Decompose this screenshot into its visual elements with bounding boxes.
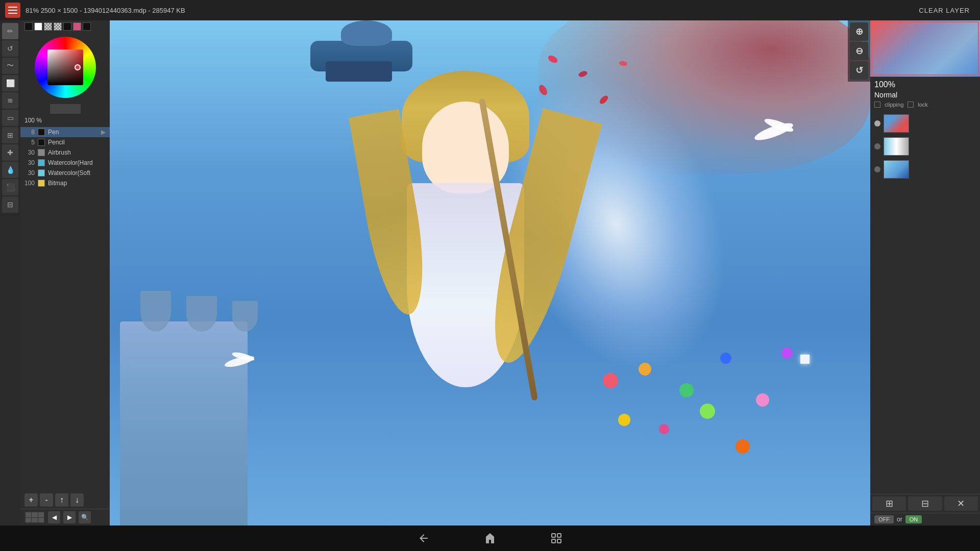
canvas-area[interactable] <box>110 20 870 525</box>
clipping-label: clipping <box>885 102 903 108</box>
svg-rect-0 <box>552 534 555 537</box>
layer-visibility-3[interactable] <box>874 166 880 172</box>
airship <box>300 20 428 102</box>
tool-eyedropper[interactable]: 💧 <box>2 162 18 178</box>
brush-controls: + - ↑ ↓ <box>20 491 110 509</box>
brush-icon-pen <box>38 129 45 136</box>
brush-icon-bitmap <box>38 180 45 187</box>
illustration <box>110 20 870 525</box>
brush-item-bitmap[interactable]: 100 Bitmap <box>20 178 110 188</box>
swatch-checkered2[interactable] <box>54 22 62 31</box>
thumbnail-outline <box>871 21 979 76</box>
brush-icon-airbrush <box>38 149 45 156</box>
svg-rect-3 <box>557 539 561 543</box>
color-dot <box>75 64 81 70</box>
thumbnail-section <box>870 20 980 77</box>
top-bar: 81% 2500 × 1500 - 1394012440363.mdp - 28… <box>0 0 980 20</box>
character <box>376 71 555 459</box>
brush-item-watercolor-soft[interactable]: 30 Watercolor(Soft <box>20 168 110 178</box>
swatch-black[interactable] <box>24 22 33 31</box>
grid-nav[interactable] <box>24 511 45 523</box>
swatch-pink[interactable] <box>73 22 81 31</box>
nav-row: ◀ ▶ 🔍 <box>20 509 110 525</box>
thumbnail-preview[interactable] <box>870 20 980 77</box>
menu-button[interactable] <box>5 3 20 18</box>
left-toolbar: ✏ ↺ 〜 ⬜ ≋ ▭ ⊞ ✚ 💧 ⬛ ⊟ <box>0 20 20 525</box>
tool-pen[interactable]: ✏ <box>2 23 18 39</box>
left-panel: 8.0 100 % 8 Pen ▶ 5 Pencil 30 Airbrush 3… <box>20 20 110 525</box>
layer-item-3[interactable] <box>872 159 978 180</box>
layer-visibility-2[interactable] <box>874 143 880 149</box>
home-nav-button[interactable] <box>482 531 498 546</box>
swatch-black2[interactable] <box>63 22 71 31</box>
tool-eraser[interactable]: ⬜ <box>2 75 18 91</box>
white-bird2 <box>224 354 255 374</box>
brush-size-input[interactable]: 8.0 <box>50 104 81 114</box>
remove-brush-button[interactable]: - <box>40 493 53 507</box>
layer-visibility-1[interactable] <box>874 120 880 127</box>
castle-area <box>110 270 288 525</box>
color-square[interactable] <box>47 49 83 85</box>
title-text: 81% 2500 × 1500 - 1394012440363.mdp - 28… <box>26 7 185 14</box>
opacity-percent: 100% <box>874 80 976 89</box>
tool-pressure[interactable]: 〜 <box>2 58 18 74</box>
brush-item-pen[interactable]: 8 Pen ▶ <box>20 127 110 137</box>
swatch-black3[interactable] <box>83 22 91 31</box>
clipping-checkbox[interactable] <box>874 102 880 108</box>
swatch-white[interactable] <box>34 22 42 31</box>
svg-rect-2 <box>552 539 555 543</box>
brush-item-pencil[interactable]: 5 Pencil <box>20 137 110 147</box>
tool-add[interactable]: ✚ <box>2 144 18 161</box>
tool-layer-select[interactable]: ⬛ <box>2 179 18 195</box>
move-brush-up-button[interactable]: ↑ <box>55 493 68 507</box>
brush-item-airbrush[interactable]: 30 Airbrush <box>20 147 110 158</box>
clear-layer-button[interactable]: CLEAR LAYER <box>919 7 970 14</box>
tool-blend[interactable]: ≋ <box>2 92 18 109</box>
toggle-on-button[interactable]: ON <box>905 515 922 523</box>
color-wheel-container[interactable] <box>35 37 96 98</box>
brush-icon-watercolor-hard <box>38 159 45 166</box>
bottom-nav-bar <box>0 525 980 551</box>
layer-bottom-buttons: ⊞ ⊟ ✕ <box>870 494 980 513</box>
move-brush-down-button[interactable]: ↓ <box>70 493 84 507</box>
brush-icon-pencil <box>38 139 45 146</box>
add-layer-button[interactable]: ⊞ <box>872 496 906 511</box>
toggle-off-button[interactable]: OFF <box>874 515 894 523</box>
zoom-out-button[interactable]: ⊖ <box>850 42 868 60</box>
zoom-reset-button[interactable]: ↺ <box>850 61 868 80</box>
recents-nav-button[interactable] <box>549 531 564 546</box>
brush-list: 8 Pen ▶ 5 Pencil 30 Airbrush 30 Watercol… <box>20 125 110 491</box>
color-wheel[interactable] <box>35 37 96 98</box>
tool-transform[interactable]: ⊞ <box>2 127 18 143</box>
add-brush-button[interactable]: + <box>24 493 38 507</box>
brush-size-section: 8.0 <box>20 102 110 116</box>
right-panel: 100% Normal clipping lock ⊞ ⊟ ✕ <box>870 20 980 525</box>
right-zoom-controls: ⊕ ⊖ ↺ <box>848 20 870 82</box>
sparkle <box>800 355 810 364</box>
back-nav-button[interactable] <box>416 531 431 546</box>
merge-layer-button[interactable]: ⊟ <box>908 496 942 511</box>
layer-thumbnail-1 <box>884 114 909 133</box>
search-button[interactable]: 🔍 <box>79 511 91 523</box>
layer-item-2[interactable] <box>872 136 978 157</box>
opacity-display: 100 % <box>20 116 110 125</box>
back-button[interactable]: ◀ <box>48 511 60 523</box>
layer-item-1[interactable] <box>872 113 978 134</box>
blend-mode[interactable]: Normal <box>874 91 976 99</box>
zoom-in-button[interactable]: ⊕ <box>850 22 868 41</box>
forward-button[interactable]: ▶ <box>63 511 76 523</box>
color-swatches-section <box>20 20 110 33</box>
white-bird <box>753 121 794 152</box>
delete-layer-button[interactable]: ✕ <box>944 496 978 511</box>
lock-checkbox[interactable] <box>908 102 914 108</box>
brush-item-watercolor-hard[interactable]: 30 Watercolor(Hard <box>20 158 110 168</box>
tool-grid[interactable]: ⊟ <box>2 196 18 213</box>
tool-select[interactable]: ▭ <box>2 110 18 126</box>
layer-thumbnail-2 <box>884 137 909 156</box>
swatch-checkered[interactable] <box>44 22 52 31</box>
colorful-flowers <box>577 322 832 500</box>
layer-thumbnail-3 <box>884 160 909 179</box>
layer-opacity-section: 100% Normal clipping lock <box>870 77 980 111</box>
svg-rect-1 <box>557 534 561 537</box>
tool-rotate[interactable]: ↺ <box>2 40 18 57</box>
